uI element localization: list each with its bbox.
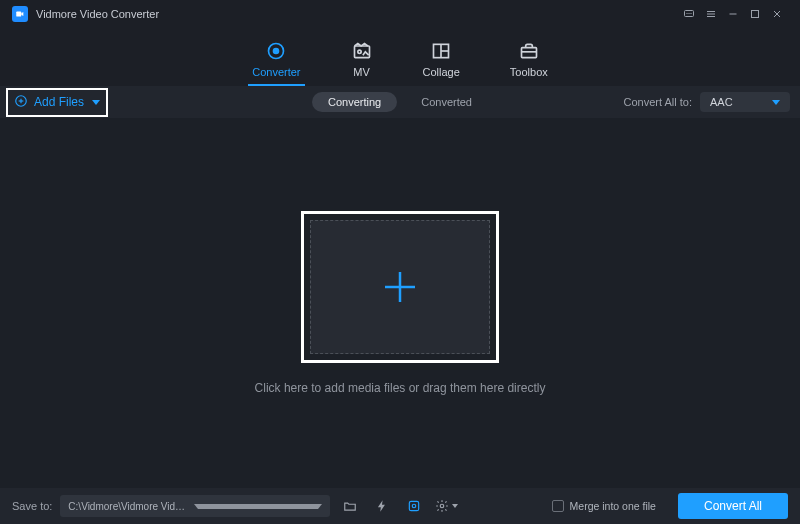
dropdown-caret-icon [194,504,322,509]
svg-point-4 [691,13,692,14]
collage-icon [430,40,452,62]
tab-converted[interactable]: Converted [405,92,488,112]
tab-collage[interactable]: Collage [423,40,460,86]
dropdown-caret-icon [772,100,780,105]
tab-converter-label: Converter [252,66,300,78]
tab-converting[interactable]: Converting [312,92,397,112]
svg-point-28 [440,504,444,508]
save-to-label: Save to: [12,500,52,512]
tab-collage-label: Collage [423,66,460,78]
sub-toolbar: Add Files Converting Converted Convert A… [0,86,800,118]
mv-icon [351,40,373,62]
merge-checkbox[interactable]: Merge into one file [552,500,656,512]
main-nav: Converter MV Collage Toolbox [0,28,800,86]
svg-point-2 [687,13,688,14]
output-format-select[interactable]: AAC [700,92,790,112]
close-button[interactable] [766,3,788,25]
svg-point-3 [689,13,690,14]
plus-icon [380,267,420,307]
svg-rect-0 [16,12,21,17]
checkbox-box [552,500,564,512]
settings-button[interactable] [434,495,458,517]
save-path-value: C:\Vidmore\Vidmore Video Converter\Conve… [68,501,188,512]
app-logo [12,6,28,22]
save-path-select[interactable]: C:\Vidmore\Vidmore Video Converter\Conve… [60,495,330,517]
feedback-icon[interactable] [678,3,700,25]
tab-toolbox[interactable]: Toolbox [510,40,548,86]
drop-hint-text: Click here to add media files or drag th… [255,381,546,395]
svg-rect-9 [752,11,759,18]
tab-toolbox-label: Toolbox [510,66,548,78]
minimize-button[interactable] [722,3,744,25]
tab-mv-label: MV [353,66,370,78]
main-content: Click here to add media files or drag th… [0,118,800,488]
tab-converter[interactable]: Converter [252,40,300,86]
converter-icon [265,40,287,62]
title-bar: Vidmore Video Converter [0,0,800,28]
chevron-down-icon [452,504,458,508]
convert-all-button[interactable]: Convert All [678,493,788,519]
svg-point-13 [274,49,279,54]
drop-zone[interactable] [310,220,490,354]
output-format-value: AAC [710,96,733,108]
svg-point-15 [357,50,360,53]
drop-zone-highlight [301,211,499,363]
open-folder-button[interactable] [338,495,362,517]
svg-point-27 [413,504,417,508]
merge-label: Merge into one file [570,500,656,512]
bottom-toolbar: Save to: C:\Vidmore\Vidmore Video Conver… [0,488,800,524]
tab-mv[interactable]: MV [351,40,373,86]
app-title: Vidmore Video Converter [36,8,159,20]
maximize-button[interactable] [744,3,766,25]
svg-rect-26 [410,501,419,510]
menu-icon[interactable] [700,3,722,25]
gpu-acceleration-button[interactable] [370,495,394,517]
toolbox-icon [518,40,540,62]
convert-all-to-label: Convert All to: [624,96,692,108]
high-speed-button[interactable] [402,495,426,517]
